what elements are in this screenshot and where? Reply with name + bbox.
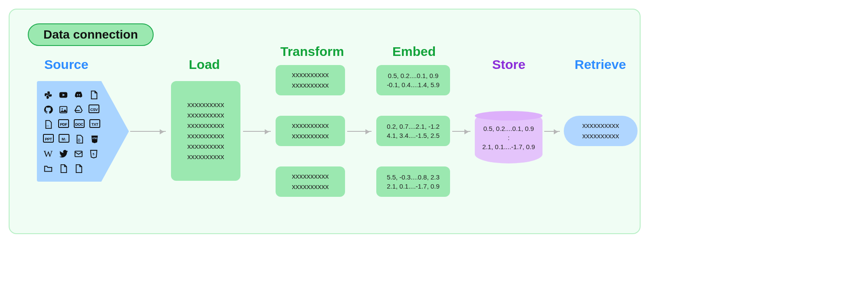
- text-line: 0.5, 0.2....0.1, 0.9: [482, 124, 535, 133]
- gdrive-icon: [73, 104, 84, 115]
- text-line: xxxxxxxxxx: [292, 132, 329, 140]
- text-line: 5.5, -0.3....0.8, 2.3: [387, 173, 440, 181]
- file2-icon: [58, 163, 69, 174]
- title-badge: Data connection: [28, 23, 154, 46]
- title-source: Source: [44, 57, 89, 72]
- text-line: xxxxxxxxxx: [187, 132, 224, 140]
- html-shield-icon: HTML: [89, 134, 100, 144]
- transform-chunk-1: xxxxxxxxxx xxxxxxxxxx: [276, 65, 345, 95]
- text-line: xxxxxxxxxx: [187, 142, 224, 151]
- html-tag-icon: 5: [89, 149, 99, 159]
- source-shape: CSV ⋯ PDF DOC TXT PPT M↓ {} HTML W 5: [37, 81, 129, 182]
- txt-icon: TXT: [89, 119, 100, 128]
- transform-chunk-2: xxxxxxxxxx xxxxxxxxxx: [276, 116, 345, 146]
- load-block: xxxxxxxxxx xxxxxxxxxx xxxxxxxxxx xxxxxxx…: [171, 81, 240, 181]
- discord-icon: [73, 90, 84, 100]
- title-load: Load: [189, 57, 220, 72]
- text-line: xxxxxxxxxx: [187, 101, 224, 109]
- arrow-embed-store: [452, 131, 470, 132]
- pdf-file-icon: ⋯: [43, 119, 53, 130]
- csv-icon: CSV: [89, 104, 99, 113]
- arrow-store-retrieve: [544, 131, 560, 132]
- text-line: xxxxxxxxxx: [187, 121, 224, 130]
- ppt-icon: PPT: [43, 134, 54, 143]
- text-line: xxxxxxxxxx: [582, 132, 619, 140]
- text-line: xxxxxxxxxx: [292, 121, 329, 130]
- embed-chunk-2: 0.2, 0.7....2.1, -1.2 4.1, 3.4....-1.5, …: [376, 116, 450, 146]
- text-line: xxxxxxxxxx: [292, 172, 329, 181]
- arrow-transform-embed: [347, 131, 372, 132]
- svg-text:HTML: HTML: [92, 137, 98, 140]
- twitter-icon: [58, 149, 69, 159]
- mail-icon: [73, 149, 84, 159]
- slack-icon: [43, 90, 53, 100]
- text-line: 0.2, 0.7....2.1, -1.2: [387, 123, 440, 130]
- folder-icon: [43, 163, 53, 174]
- wikipedia-icon: W: [43, 149, 53, 159]
- title-transform: Transform: [280, 44, 344, 59]
- code-icon: {}: [74, 134, 85, 144]
- text-line: xxxxxxxxxx: [292, 71, 329, 79]
- doc-icon: DOC: [74, 119, 85, 128]
- embed-chunk-3: 5.5, -0.3....0.8, 2.3 2.1, 0.1....-1.7, …: [376, 166, 450, 197]
- arrow-load-transform: [243, 131, 271, 132]
- retrieve-block: xxxxxxxxxx xxxxxxxxxx: [564, 116, 638, 146]
- text-line: xxxxxxxxxx: [292, 183, 329, 191]
- title-store: Store: [492, 57, 526, 72]
- store-cylinder: 0.5, 0.2....0.1, 0.9 : 2.1, 0.1....-1.7,…: [475, 111, 542, 163]
- text-line: :: [482, 133, 535, 142]
- github-icon: [43, 104, 53, 115]
- diagram-frame: Data connection Source Load Transform Em…: [9, 9, 641, 234]
- text-line: 0.5, 0.2....0.1, 0.9: [388, 72, 439, 79]
- text-line: 2.1, 0.1....-1.7, 0.9: [482, 142, 535, 151]
- title-embed: Embed: [392, 44, 436, 59]
- svg-point-2: [62, 108, 63, 110]
- svg-text:5: 5: [92, 152, 94, 156]
- file3-icon: [73, 163, 84, 174]
- title-retrieve: Retrieve: [575, 57, 626, 72]
- svg-text:{}: {}: [78, 138, 80, 142]
- text-line: xxxxxxxxxx: [187, 111, 224, 120]
- arrow-source-load: [130, 131, 166, 132]
- image-icon: [58, 104, 69, 115]
- transform-chunk-3: xxxxxxxxxx xxxxxxxxxx: [276, 166, 345, 197]
- svg-text:⋯: ⋯: [46, 124, 49, 127]
- embed-chunk-1: 0.5, 0.2....0.1, 0.9 -0.1, 0.4....1.4, 5…: [376, 65, 450, 95]
- markdown-icon: M↓: [59, 134, 69, 143]
- text-line: xxxxxxxxxx: [292, 81, 329, 90]
- text-line: 4.1, 3.4....-1.5, 2.5: [387, 132, 440, 139]
- text-line: xxxxxxxxxx: [187, 153, 224, 161]
- text-line: -0.1, 0.4....1.4, 5.9: [387, 81, 440, 88]
- text-line: xxxxxxxxxx: [582, 121, 619, 130]
- file-icon: [89, 90, 99, 100]
- pdf-icon: PDF: [58, 119, 69, 128]
- youtube-icon: [58, 90, 69, 100]
- text-line: 2.1, 0.1....-1.7, 0.9: [387, 183, 440, 190]
